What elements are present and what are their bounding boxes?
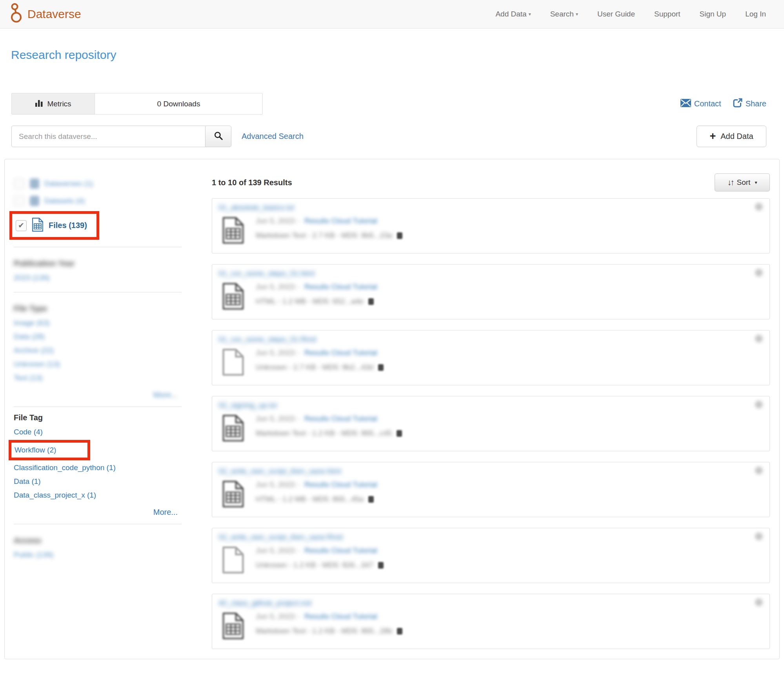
files-checkbox[interactable]: ✔ <box>16 220 27 231</box>
share-label: Share <box>746 99 766 108</box>
advanced-search-link[interactable]: Advanced Search <box>242 132 304 141</box>
file-date: Jun 5, 2023 - <box>256 612 299 621</box>
nav-item-sign-up[interactable]: Sign Up <box>700 10 726 18</box>
metrics-row: Metrics 0 Downloads Contact <box>11 93 766 115</box>
file-plain-thumbnail-icon <box>222 545 244 575</box>
facet-item-line: Text (13) <box>14 371 182 385</box>
facet-link-workflow-2-[interactable]: Workflow (2) <box>15 443 56 457</box>
metrics-label: Metrics <box>47 100 71 108</box>
card-corner-icon[interactable] <box>755 533 763 540</box>
file-meta: HTML - 1.2 MB - MD5: 652...a4e <box>256 297 364 306</box>
facet-divider <box>14 524 182 524</box>
card-corner-icon[interactable] <box>755 401 763 409</box>
metrics-label-segment: Metrics <box>12 93 95 114</box>
file-meta: Unknown - 1.2 KB - MD5: 826...347 <box>256 561 373 569</box>
facet-link-text-13-[interactable]: Text (13) <box>14 371 43 385</box>
nav-item-add-data[interactable]: Add Data▾ <box>495 10 531 18</box>
collection-link[interactable]: Results Cloud Tutorial <box>304 612 377 621</box>
card-body: Jun 5, 2023 -Results Cloud TutorialUnkno… <box>218 347 763 377</box>
facet-item-line: Data (28) <box>14 330 182 344</box>
facet-link-public-139-[interactable]: Public (139) <box>14 548 53 562</box>
facet-link-dataverses-1-[interactable]: Dataverses (1) <box>44 179 93 188</box>
facet-checkbox[interactable] <box>14 178 25 189</box>
collection-link[interactable]: Results Cloud Tutorial <box>304 283 377 291</box>
nav-item-user-guide[interactable]: User Guide <box>597 10 635 18</box>
card-date-line: Jun 5, 2023 -Results Cloud Tutorial <box>256 546 384 555</box>
search-input[interactable] <box>11 126 205 147</box>
add-data-button[interactable]: + Add Data <box>697 126 766 147</box>
facet-link-2023-139-[interactable]: 2023 (139) <box>14 271 50 285</box>
card-body: Jun 5, 2023 -Results Cloud TutorialHTML … <box>218 281 763 311</box>
facet-more-link-file-tag[interactable]: More... <box>153 508 178 516</box>
nav-item-log-in[interactable]: Log In <box>745 10 766 18</box>
card-date-line: Jun 5, 2023 -Results Cloud Tutorial <box>256 283 377 291</box>
card-body: Jun 5, 2023 -Results Cloud TutorialMarkd… <box>218 215 763 245</box>
file-title-link[interactable]: 02_signing_up.txt <box>218 401 277 410</box>
facet-link-datasets-4-[interactable]: Datasets (4) <box>44 197 85 205</box>
file-title-link[interactable]: 02_write_own_script_then_save.Rmd <box>218 533 343 542</box>
facet-link-unknown-13-[interactable]: Unknown (13) <box>14 357 60 371</box>
file-meta: HTML - 1.2 MB - MD5: 865...45a <box>256 495 364 503</box>
file-title-link[interactable]: 01_run_some_steps_01.html <box>218 269 315 278</box>
facet-link-data-1-[interactable]: Data (1) <box>14 477 41 485</box>
collection-link[interactable]: Results Cloud Tutorial <box>304 480 377 489</box>
facet-more-link-file-type[interactable]: More... <box>153 390 178 399</box>
sort-button[interactable]: ↓↑ Sort ▾ <box>715 173 770 192</box>
search-button[interactable] <box>205 126 231 147</box>
page-title[interactable]: Research repository <box>11 48 784 62</box>
card-corner-icon[interactable] <box>755 269 763 277</box>
card-corner-icon[interactable] <box>755 598 763 606</box>
results-header: 1 to 10 of 139 Results ↓↑ Sort ▾ <box>212 173 770 192</box>
card-meta-line: HTML - 1.2 MB - MD5: 865...45a <box>256 495 377 503</box>
file-title-link[interactable]: 01_run_some_steps_01.Rmd <box>218 335 316 344</box>
facet-link-data-class-project-x-1-[interactable]: Data_class_project_x (1) <box>14 491 96 499</box>
top-navbar: Dataverse Add Data▾Search▾User GuideSupp… <box>0 0 784 29</box>
add-data-label: Add Data <box>720 132 753 141</box>
facet-type-icon <box>30 179 39 189</box>
contact-link[interactable]: Contact <box>680 98 721 109</box>
collection-link[interactable]: Results Cloud Tutorial <box>304 414 377 423</box>
file-title-link[interactable]: 02_write_own_script_then_save.html <box>218 467 341 476</box>
facet-link-files-139-[interactable]: Files (139) <box>49 221 87 230</box>
file-table-thumbnail-icon <box>222 215 244 245</box>
file-title-link[interactable]: 01_absolute_basics.txt <box>218 203 294 212</box>
collection-link[interactable]: Results Cloud Tutorial <box>304 217 377 225</box>
facet-item-line: Workflow (2) <box>14 439 182 461</box>
file-table-thumbnail-icon <box>222 479 244 509</box>
nav-item-search[interactable]: Search▾ <box>550 10 578 18</box>
result-card: 01_absolute_basics.txtJun 5, 2023 -Resul… <box>212 198 770 254</box>
facet-link-data-28-[interactable]: Data (28) <box>14 330 45 343</box>
downloads-count: 0 Downloads <box>95 93 262 114</box>
file-title-link[interactable]: 40_class_github_project.md <box>218 599 311 607</box>
facet-section-title-file-tag: File Tag <box>14 413 182 422</box>
nav-item-support[interactable]: Support <box>654 10 680 18</box>
facet-item-line: Public (139) <box>14 548 182 562</box>
card-corner-icon[interactable] <box>755 467 763 474</box>
search-row: Advanced Search + Add Data <box>11 126 766 147</box>
facet-link-image-63-[interactable]: Image (63) <box>14 316 50 330</box>
facet-link-classification-code-python-1-[interactable]: Classification_code_python (1) <box>14 463 116 472</box>
card-meta-line: Markdown Text - 1.2 KB - MD5: 865...28b <box>256 627 402 635</box>
lock-icon <box>368 298 374 305</box>
card-text-lines: Jun 5, 2023 -Results Cloud TutorialMarkd… <box>256 611 402 641</box>
card-text-lines: Jun 5, 2023 -Results Cloud TutorialHTML … <box>256 281 377 311</box>
collection-link[interactable]: Results Cloud Tutorial <box>304 348 377 357</box>
card-corner-icon[interactable] <box>755 335 763 343</box>
facet-checkbox[interactable] <box>14 195 25 206</box>
collection-link[interactable]: Results Cloud Tutorial <box>304 546 377 555</box>
result-card: 02_signing_up.txtJun 5, 2023 -Results Cl… <box>212 396 770 451</box>
facet-link-code-4-[interactable]: Code (4) <box>14 428 43 436</box>
facet-section-items-publication-year: 2023 (139) <box>14 271 182 285</box>
facet-link-archive-22-[interactable]: Archive (22) <box>14 344 54 357</box>
facet-type-row-dataverses-1-: Dataverses (1) <box>14 175 182 192</box>
facet-divider <box>14 292 182 292</box>
dataverse-brand[interactable]: Dataverse <box>9 3 81 26</box>
card-body: Jun 5, 2023 -Results Cloud TutorialMarkd… <box>218 413 763 443</box>
file-date: Jun 5, 2023 - <box>256 546 299 555</box>
share-link[interactable]: Share <box>733 98 766 109</box>
annotation-box-workflow-2-: Workflow (2) <box>9 440 90 460</box>
card-corner-icon[interactable] <box>755 203 763 211</box>
facet-more-line: More... <box>14 390 178 399</box>
file-date: Jun 5, 2023 - <box>256 480 299 489</box>
facet-more-line: More... <box>14 508 178 517</box>
